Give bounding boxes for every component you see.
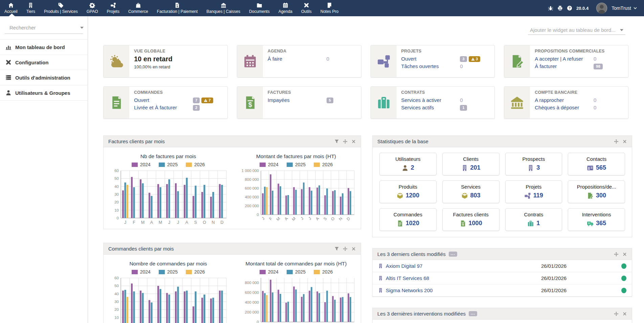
stat-card-interventions[interactable]: Interventions365 xyxy=(568,208,625,231)
stat-number: 1200 xyxy=(406,192,419,199)
svg-text:50: 50 xyxy=(114,176,119,180)
filter-icon[interactable] xyxy=(334,246,339,251)
kpi-title: AGENDA xyxy=(268,49,356,53)
file-lines-icon xyxy=(109,95,124,110)
nav-item-agenda[interactable]: Agenda xyxy=(274,0,297,16)
close-icon[interactable] xyxy=(622,139,627,144)
count-badge[interactable]: 5 xyxy=(327,98,333,103)
svg-text:0: 0 xyxy=(257,213,259,217)
stat-card-propositions-de[interactable]: Propositions/de...300 xyxy=(568,180,625,203)
legend-item: 2026 xyxy=(314,162,333,167)
svg-text:400 000: 400 000 xyxy=(245,300,259,304)
nav-item-banques-caisses[interactable]: Banques | Caisses xyxy=(202,0,245,16)
sidebar-item-outils-d-administration[interactable]: Outils d'administration xyxy=(0,70,88,85)
more-badge[interactable]: ... xyxy=(449,252,457,257)
nav-item-documents[interactable]: Documents xyxy=(245,0,274,16)
panel-title: Les 3 derniers clients modifiés xyxy=(377,251,446,257)
count-badge[interactable]: 7 xyxy=(193,98,200,103)
panel-actions xyxy=(334,246,356,251)
sidebar-item-utilisateurs-groupes[interactable]: Utilisateurs & Groupes xyxy=(0,85,88,101)
stat-card-prospects[interactable]: Prospects3 xyxy=(505,153,562,175)
legend-item: 2026 xyxy=(314,269,333,275)
move-icon[interactable] xyxy=(343,139,348,144)
stat-label: Contacts xyxy=(570,156,623,162)
kpi-row-link[interactable]: A accepter | A refuser xyxy=(535,55,594,63)
move-icon[interactable] xyxy=(614,311,619,316)
nav-item-projets[interactable]: Projets xyxy=(103,0,124,16)
svg-text:400 000: 400 000 xyxy=(245,195,259,199)
kpi-row: Ouvert77 xyxy=(134,96,223,104)
count-badge[interactable]: 98 xyxy=(594,64,603,69)
close-icon[interactable] xyxy=(622,311,627,316)
move-icon[interactable] xyxy=(614,139,619,144)
close-icon[interactable] xyxy=(351,139,356,144)
nav-item-facturation-paiement[interactable]: $Facturation | Paiement xyxy=(153,0,202,16)
kpi-row-link[interactable]: Impayées xyxy=(268,96,327,104)
count-badge[interactable]: 1 xyxy=(460,105,467,111)
stat-card-clients[interactable]: Clients201 xyxy=(442,153,499,175)
stat-card-utilisateurs[interactable]: Utilisateurs2 xyxy=(379,153,437,175)
stat-number: 201 xyxy=(470,164,481,171)
kpi-row-link[interactable]: A rapprocher xyxy=(535,96,594,104)
kpi-value: 0 xyxy=(327,55,329,63)
stat-card-projets[interactable]: Projets119 xyxy=(505,180,562,203)
widgets-area: Factures clients par mois Nb de factures… xyxy=(103,135,632,323)
nav-item-gpao[interactable]: GPAO xyxy=(82,0,103,16)
kpi-row-link[interactable]: Ouvert xyxy=(401,55,460,63)
help-icon[interactable]: ? xyxy=(567,5,572,11)
sidebar-item-configuration[interactable]: Configuration xyxy=(0,55,88,70)
client-link[interactable]: Altis IT Services 68 xyxy=(378,275,541,281)
sidebar-item-mon-tableau-de-bord[interactable]: Mon tableau de bord xyxy=(0,39,88,55)
avatar[interactable] xyxy=(596,2,607,14)
add-widget-select[interactable]: Ajouter le widget au tableau de bord... xyxy=(528,25,625,35)
nav-item-commerce[interactable]: Commerce xyxy=(124,0,153,16)
nav-item-label: Accueil xyxy=(4,9,18,14)
panel-header: Statistiques de la base xyxy=(373,136,632,147)
kpi-row-link[interactable]: Services à activer xyxy=(401,96,460,104)
stat-label: Commandes xyxy=(381,212,435,217)
svg-text:S: S xyxy=(194,220,197,225)
building-icon xyxy=(378,263,383,268)
move-icon[interactable] xyxy=(343,246,348,251)
more-badge[interactable]: ... xyxy=(469,311,477,316)
stat-card-contacts[interactable]: Contacts565 xyxy=(568,153,625,175)
panel-actions xyxy=(334,139,356,144)
stat-card-commandes[interactable]: Commandes1020 xyxy=(379,208,437,231)
search-caret-icon[interactable] xyxy=(80,27,84,29)
late-count-badge[interactable]: 7 xyxy=(201,98,213,103)
count-badge[interactable]: 3 xyxy=(460,56,467,62)
client-link[interactable]: Sigma Networks 200 xyxy=(378,287,541,293)
kpi-row-link[interactable]: Tâches ouvertes xyxy=(401,63,460,70)
kpi-row-link[interactable]: À facturer xyxy=(535,63,594,70)
client-link[interactable]: Axiom Digital 97 xyxy=(378,263,541,269)
close-icon[interactable] xyxy=(622,252,627,257)
late-count-badge[interactable]: 3 xyxy=(469,56,480,62)
panel-header: Les 3 derniers clients modifiés ... xyxy=(373,249,632,260)
print-icon[interactable] xyxy=(557,5,563,11)
nav-item-tiers[interactable]: Tiers xyxy=(22,0,40,16)
filter-icon[interactable] xyxy=(334,139,339,144)
user-menu[interactable]: TomTrust xyxy=(612,5,637,11)
svg-text:J: J xyxy=(168,220,170,225)
kpi-row-link[interactable]: Services actifs xyxy=(401,104,460,111)
chart-legend: 202420252026 xyxy=(233,269,359,275)
nav-item-notes-pro[interactable]: Notes Pro xyxy=(316,0,343,16)
stat-card-services[interactable]: Services803 xyxy=(442,180,499,203)
stat-card-produits[interactable]: Produits1200 xyxy=(379,180,437,203)
stat-card-factures-clients[interactable]: Factures clients$1000 xyxy=(442,208,499,231)
nav-item-outils[interactable]: Outils xyxy=(297,0,316,16)
cube-icon xyxy=(461,192,468,199)
kpi-row-link[interactable]: À faire xyxy=(268,55,327,63)
kpi-row-link[interactable]: Chèques à déposer xyxy=(535,104,594,111)
stat-card-contrats[interactable]: Contrats1 xyxy=(505,208,562,231)
search-input[interactable] xyxy=(9,25,77,30)
kpi-row-link[interactable]: Ouvert xyxy=(134,96,193,104)
bug-report-icon[interactable] xyxy=(548,5,553,11)
legend-swatch xyxy=(260,270,266,274)
move-icon[interactable] xyxy=(614,252,619,257)
chart-legend: 202420252026 xyxy=(233,162,359,167)
nav-item-produits-services[interactable]: Produits | Services xyxy=(40,0,82,16)
close-icon[interactable] xyxy=(351,246,356,251)
count-badge[interactable]: 2 xyxy=(193,105,200,111)
kpi-row-link[interactable]: Livrée et À facturer xyxy=(134,104,193,111)
